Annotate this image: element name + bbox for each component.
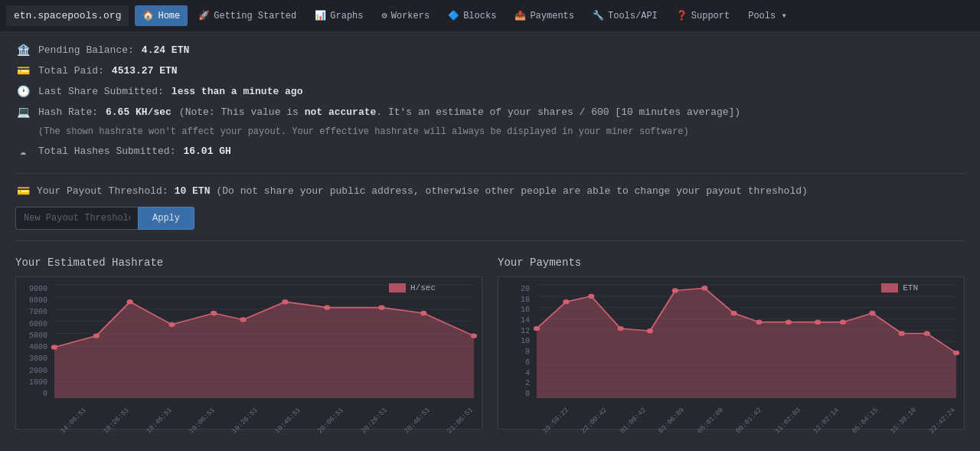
nav-graphs-label: Graphs [330, 11, 363, 21]
svg-point-17 [282, 299, 288, 304]
total-paid-value: 4513.27 ETN [112, 65, 178, 77]
svg-point-34 [563, 299, 569, 304]
svg-point-14 [168, 322, 175, 327]
nav-support-label: Support [691, 11, 730, 21]
graphs-icon: 📊 [315, 10, 326, 21]
hashrate-chart-wrapper: H/sec 9000 8000 7000 6000 5000 4000 3000… [15, 276, 482, 430]
hashrate-y-axis: 9000 8000 7000 6000 5000 4000 3000 2000 … [16, 285, 51, 398]
nav-pools-label: Pools ▾ [748, 10, 786, 21]
total-hashes-label: Total Hashes Submitted: [38, 145, 175, 157]
payout-value: 10 ETN [175, 185, 211, 197]
svg-marker-10 [54, 302, 474, 398]
svg-point-19 [378, 305, 384, 309]
bank-icon: 🏦 [15, 44, 31, 57]
tools-icon: 🔧 [593, 10, 604, 21]
apply-button[interactable]: Apply [138, 207, 194, 230]
svg-point-41 [756, 319, 762, 324]
total-paid-row: 💳 Total Paid: 4513.27 ETN [15, 64, 965, 77]
pending-balance-value: 4.24 ETN [142, 44, 189, 56]
brand-domain: spacepools.org [38, 10, 121, 21]
nav-pools[interactable]: Pools ▾ [740, 5, 794, 26]
svg-point-36 [617, 326, 623, 331]
svg-point-20 [420, 311, 426, 315]
svg-point-45 [869, 311, 875, 315]
svg-point-13 [127, 299, 133, 304]
payout-icon: 💳 [15, 185, 31, 198]
paid-icon: 💳 [15, 64, 31, 77]
nav-tools[interactable]: 🔧 Tools/API [585, 5, 665, 26]
hashrate-chart-svg [54, 285, 474, 398]
hashrate-icon: 💻 [15, 106, 31, 119]
nav-graphs[interactable]: 📊 Graphs [307, 5, 371, 26]
payout-note: (Do not share your public address, other… [216, 185, 807, 197]
nav-workers[interactable]: ⚙️ Workers [374, 5, 438, 26]
payments-chart-title: Your Payments [498, 257, 965, 269]
svg-point-18 [324, 305, 330, 309]
svg-point-15 [211, 311, 217, 315]
payout-info: 💳 Your Payout Threshold: 10 ETN (Do not … [15, 185, 965, 198]
cloud-icon: ☁️ [15, 145, 31, 158]
nav-workers-label: Workers [391, 11, 430, 21]
payout-section: 💳 Your Payout Threshold: 10 ETN (Do not … [15, 173, 965, 241]
total-hashes-value: 16.01 GH [183, 145, 230, 157]
total-hashes-row: ☁️ Total Hashes Submitted: 16.01 GH [15, 145, 965, 158]
payments-chart-wrapper: ETN 20 18 16 14 12 10 8 6 4 2 0 [498, 276, 965, 430]
nav-tools-label: Tools/API [608, 11, 658, 21]
nav-payments[interactable]: 📤 Payments [507, 5, 582, 26]
hashrate-x-axis: 14:06:51 18:26:51 18:46:51 19:06:51 19:2… [54, 415, 474, 426]
svg-point-33 [534, 326, 540, 331]
hashrate-legend-label: H/sec [410, 283, 436, 292]
svg-point-35 [588, 294, 594, 299]
nav-home[interactable]: 🏠 Home [135, 5, 188, 26]
payments-icon: 📤 [514, 10, 526, 21]
nav-blocks-label: Blocks [463, 11, 496, 21]
hash-rate-row: 💻 Hash Rate: 6.65 KH/sec (Note: This val… [15, 106, 965, 119]
hashrate-chart-container: Your Estimated Hashrate H/sec 9000 8000 … [15, 257, 482, 430]
payments-legend-label: ETN [903, 283, 918, 292]
last-share-value: less than a minute ago [172, 86, 303, 97]
site-brand[interactable]: etn.spacepools.org [6, 5, 129, 26]
payments-legend: ETN [881, 283, 918, 292]
hash-rate-value: 6.65 KH/sec [106, 106, 172, 118]
navigation: etn.spacepools.org 🏠 Home 🚀 Getting Star… [0, 0, 980, 31]
nav-support[interactable]: ❓ Support [668, 5, 737, 26]
main-content: 🏦 Pending Balance: 4.24 ETN 💳 Total Paid… [0, 31, 980, 442]
svg-point-38 [672, 288, 678, 292]
workers-icon: ⚙️ [382, 10, 387, 21]
hashrate-legend-color [389, 283, 406, 292]
last-share-row: 🕐 Last Share Submitted: less than a minu… [15, 85, 965, 98]
svg-point-42 [786, 319, 792, 324]
last-share-label: Last Share Submitted: [38, 86, 164, 97]
rocket-icon: 🚀 [198, 10, 210, 21]
total-paid-label: Total Paid: [38, 65, 104, 77]
hashrate-legend: H/sec [389, 283, 436, 292]
hash-rate-note: (Note: This value is not accurate. It's … [179, 106, 740, 118]
charts-section: Your Estimated Hashrate H/sec 9000 8000 … [15, 257, 965, 430]
svg-point-43 [815, 319, 821, 324]
svg-point-47 [924, 331, 930, 335]
pending-balance-label: Pending Balance: [38, 44, 134, 56]
hash-rate-label: Hash Rate: [38, 106, 98, 118]
payout-label: Your Payout Threshold: [37, 185, 168, 197]
payout-threshold-input[interactable] [15, 207, 138, 230]
hashrate-warning: (The shown hashrate won't affect your pa… [38, 126, 965, 137]
nav-payments-label: Payments [530, 11, 574, 21]
svg-point-39 [701, 286, 707, 290]
nav-getting-started-label: Getting Started [214, 11, 296, 21]
nav-getting-started[interactable]: 🚀 Getting Started [191, 5, 304, 26]
hashrate-chart-title: Your Estimated Hashrate [15, 257, 482, 269]
payments-y-axis: 20 18 16 14 12 10 8 6 4 2 0 [498, 285, 533, 398]
nav-blocks[interactable]: 🔷 Blocks [440, 5, 504, 26]
svg-point-21 [471, 333, 477, 338]
svg-point-37 [647, 328, 653, 333]
svg-point-11 [51, 345, 57, 349]
payout-form: Apply [15, 207, 965, 230]
pending-balance-row: 🏦 Pending Balance: 4.24 ETN [15, 44, 965, 57]
payments-chart-svg [537, 285, 956, 398]
svg-point-48 [953, 351, 959, 355]
svg-point-16 [240, 317, 246, 322]
payments-legend-color [881, 283, 898, 292]
svg-point-44 [840, 319, 846, 324]
nav-home-label: Home [158, 11, 180, 21]
svg-point-12 [93, 333, 100, 338]
